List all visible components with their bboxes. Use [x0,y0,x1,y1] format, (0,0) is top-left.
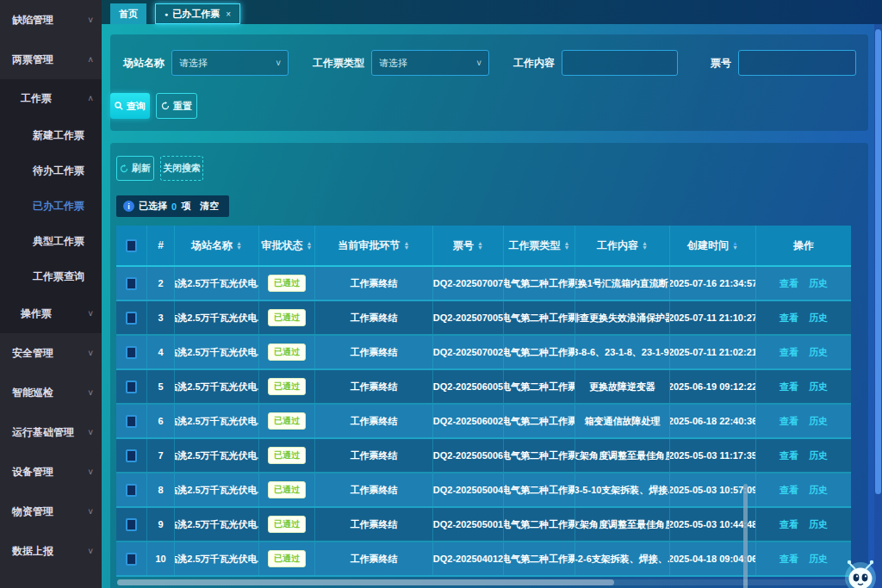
sidebar-item-work-ticket-query[interactable]: 工作票查询 [0,259,102,294]
view-link[interactable]: 查看 [780,415,798,428]
sidebar-item-safety-management[interactable]: 安全管理˅ [0,333,102,373]
sidebar-item-label: 操作票 [21,306,52,321]
view-link[interactable]: 查看 [780,449,798,462]
row-checkbox[interactable] [126,277,137,290]
history-link[interactable]: 历史 [809,277,828,290]
query-button[interactable]: 查询 [110,93,150,119]
assistant-robot-button[interactable] [841,555,880,588]
sidebar-item-label: 工作票查询 [33,269,84,284]
sidebar-item-smart-inspection[interactable]: 智能巡检˅ [0,373,102,412]
refresh-button[interactable]: 刷新 [116,156,154,181]
station-name-select[interactable]: 请选择 ˅ [171,50,289,76]
sort-icon[interactable]: ▲▼ [642,241,648,250]
chevron-down-icon: ˅ [476,59,481,68]
history-link[interactable]: 历史 [809,449,828,462]
sidebar-item-defect-management[interactable]: 缺陷管理˅ [0,0,102,40]
sort-icon[interactable]: ▲▼ [236,241,242,250]
chevron-down-icon: ˅ [88,467,93,477]
row-checkbox[interactable] [126,346,137,359]
tab-home[interactable]: 首页 [110,3,146,24]
sidebar-item-pending-work-ticket[interactable]: 待办工作票 [0,153,102,189]
sort-icon[interactable]: ▲▼ [307,241,313,250]
history-link[interactable]: 历史 [809,381,828,393]
table-row: 5临洮2.5万千瓦光伏电...已通过工作票终结DQ2-202506005电气第二… [116,370,851,405]
chevron-down-icon: ˅ [88,15,93,25]
search-buttons-row: 查询 重置 [110,93,868,119]
history-link[interactable]: 历史 [809,553,828,566]
reset-button[interactable]: 重置 [156,93,197,119]
sort-icon[interactable]: ▲▼ [564,241,570,250]
clear-selection-link[interactable]: 清空 [200,200,219,213]
sidebar-item-done-work-ticket[interactable]: 已办工作票 [0,189,102,224]
row-checkbox[interactable] [126,381,137,393]
page-scrollbar[interactable] [874,24,882,588]
column-header-content[interactable]: 工作内容▲▼ [575,226,670,265]
view-link[interactable]: 查看 [780,484,798,497]
history-link[interactable]: 历史 [809,415,828,428]
approval-step-cell: 工作票终结 [315,370,433,403]
column-header-ticket-no[interactable]: 票号▲▼ [433,226,504,265]
status-badge: 已通过 [268,412,306,430]
chevron-down-icon: ˅ [88,547,93,556]
view-link[interactable]: 查看 [780,381,798,393]
sidebar-item-material-management[interactable]: 物资管理˅ [0,492,102,531]
table-row: 8临洮2.5万千瓦光伏电...已通过工作票终结DQ2-202505004电气第二… [116,473,851,508]
refresh-button-label: 刷新 [132,162,151,175]
work-content-cell: 23-5-10支架拆装、焊接... [575,473,670,506]
chevron-down-icon: ˅ [276,59,281,68]
sort-desc-icon: ▼ [477,245,483,250]
sort-icon[interactable]: ▲▼ [477,241,483,250]
sidebar-item-equipment-management[interactable]: 设备管理˅ [0,452,102,492]
row-checkbox[interactable] [126,553,137,566]
approval-status-cell: 已通过 [259,439,315,472]
ticket-number-label: 票号 [711,56,731,71]
sidebar-item-two-ticket-management[interactable]: 两票管理˄ [0,40,102,79]
column-header-created[interactable]: 创建时间▲▼ [670,226,756,265]
column-header-station[interactable]: 场站名称▲▼ [175,226,259,265]
page-scrollbar-thumb[interactable] [875,29,881,494]
sidebar-item-typical-work-ticket[interactable]: 典型工作票 [0,224,102,259]
sort-icon[interactable]: ▲▼ [404,241,410,250]
table-scrollbar-thumb[interactable] [743,484,748,588]
selected-count: 0 [171,201,177,212]
row-checkbox[interactable] [126,484,137,497]
tab-done-work-ticket[interactable]: ●已办工作票× [155,3,240,24]
ticket-type-cell: 电气第二种工作票 [504,301,575,334]
main-area: 首页●已办工作票× 场站名称 请选择 ˅ 工作票类型 请选择 ˅ 工作内容 票号 [102,0,882,588]
row-checkbox[interactable] [126,415,137,428]
history-link[interactable]: 历史 [809,312,828,325]
sort-icon[interactable]: ▲▼ [732,241,738,250]
row-index-cell: 6 [147,405,175,437]
created-time-cell: 2025-06-19 09:12:22 [670,370,756,403]
view-link[interactable]: 查看 [780,346,798,359]
history-link[interactable]: 历史 [809,484,828,497]
actions-cell: 查看历史 [756,301,851,334]
column-header-status[interactable]: 审批状态▲▼ [259,226,315,265]
row-checkbox[interactable] [126,449,137,462]
close-search-button[interactable]: 关闭搜索 [160,156,203,181]
view-link[interactable]: 查看 [780,518,798,531]
approval-status-cell: 已通过 [259,405,315,437]
sidebar-item-work-ticket[interactable]: 工作票˄ [0,79,102,118]
ticket-type-select[interactable]: 请选择 ˅ [371,50,489,76]
view-link[interactable]: 查看 [780,277,798,290]
horizontal-scrollbar-thumb[interactable] [117,579,614,585]
history-link[interactable]: 历史 [809,346,828,359]
view-link[interactable]: 查看 [780,312,798,325]
work-content-input[interactable] [562,50,678,76]
sidebar-item-operation-basic-management[interactable]: 运行基础管理˅ [0,412,102,452]
horizontal-scrollbar[interactable] [117,579,848,585]
sidebar-item-data-report[interactable]: 数据上报˅ [0,531,102,571]
sidebar-item-new-work-ticket[interactable]: 新建工作票 [0,118,102,153]
history-link[interactable]: 历史 [809,518,828,531]
sidebar-item-operation-ticket[interactable]: 操作票˅ [0,294,102,333]
select-all-checkbox[interactable] [126,239,137,252]
sidebar-item-label: 运行基础管理 [12,425,74,440]
view-link[interactable]: 查看 [780,553,798,566]
row-checkbox[interactable] [126,312,137,325]
column-header-type[interactable]: 工作票类型▲▼ [504,226,575,265]
ticket-number-input[interactable] [738,50,856,76]
row-checkbox[interactable] [126,518,137,531]
tab-close-icon[interactable]: × [226,9,231,19]
column-header-step[interactable]: 当前审批环节▲▼ [315,226,433,265]
